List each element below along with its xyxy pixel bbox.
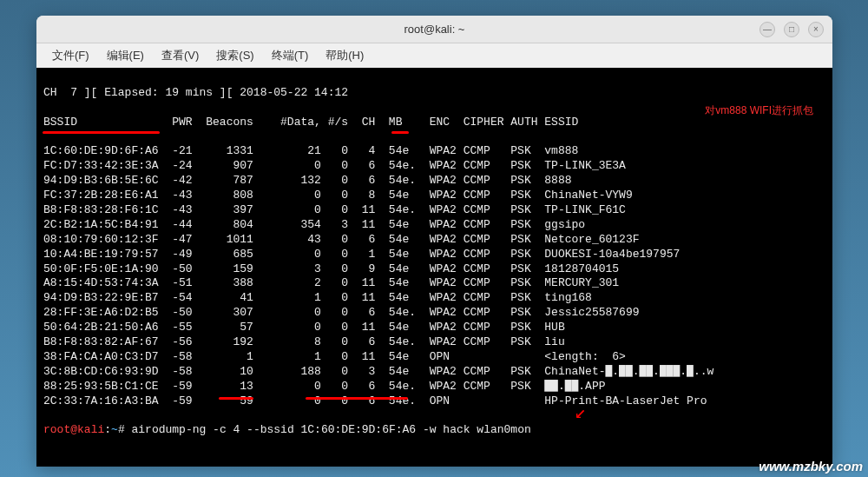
minimize-button[interactable]: —: [760, 22, 775, 37]
arrow-icon: ↙: [575, 401, 586, 427]
close-button[interactable]: ×: [808, 22, 824, 37]
window-title: root@kali: ~: [404, 23, 465, 36]
underline-beacons: [219, 397, 253, 400]
watermark: www.mzbky.com: [759, 459, 863, 474]
menu-help[interactable]: 帮助(H): [317, 44, 372, 67]
terminal-content[interactable]: CH 7 ][ Elapsed: 19 mins ][ 2018-05-22 1…: [36, 68, 832, 467]
window-controls: — □ ×: [760, 22, 824, 37]
menu-file[interactable]: 文件(F): [43, 44, 98, 67]
column-headers: BSSID PWR Beacons #Data, #/s CH MB ENC C…: [43, 116, 578, 129]
menubar: 文件(F) 编辑(E) 查看(V) 搜索(S) 终端(T) 帮助(H): [36, 43, 832, 68]
titlebar: root@kali: ~ — □ ×: [36, 16, 832, 43]
underline-ch: [391, 131, 409, 134]
underline-data: [306, 397, 408, 400]
terminal-window: root@kali: ~ — □ × 文件(F) 编辑(E) 查看(V) 搜索(…: [36, 16, 832, 467]
maximize-button[interactable]: □: [784, 22, 799, 37]
prompt-line: root@kali:~# airodump-ng -c 4 --bssid 1C…: [43, 423, 531, 436]
underline-bssid: [43, 131, 160, 134]
annotation-text: 对vm888 WIFI进行抓包: [705, 104, 813, 118]
network-rows: 1C:60:DE:9D:6F:A6 -21 1331 21 0 4 54e WP…: [43, 144, 713, 407]
status-line: CH 7 ][ Elapsed: 19 mins ][ 2018-05-22 1…: [43, 86, 348, 99]
menu-edit[interactable]: 编辑(E): [98, 44, 153, 67]
menu-search[interactable]: 搜索(S): [207, 44, 262, 67]
menu-view[interactable]: 查看(V): [153, 44, 207, 67]
menu-terminal[interactable]: 终端(T): [263, 44, 318, 67]
